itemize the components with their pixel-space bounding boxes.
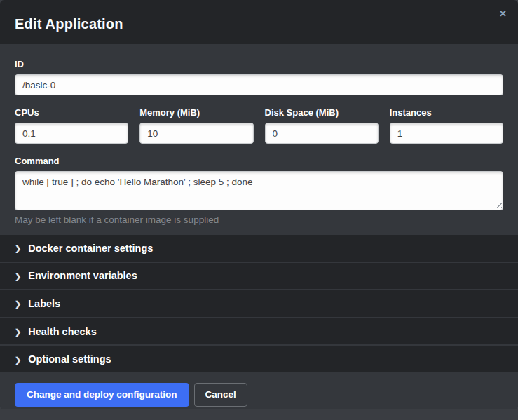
disk-input[interactable] — [265, 123, 379, 144]
instances-label: Instances — [390, 107, 503, 118]
command-help-text: May be left blank if a container image i… — [15, 215, 503, 225]
section-health-checks[interactable]: ❯ Health checks — [0, 318, 518, 345]
command-textarea[interactable]: while [ true ] ; do echo 'Hello Marathon… — [15, 171, 503, 210]
chevron-right-icon: ❯ — [15, 355, 21, 363]
id-input[interactable] — [15, 74, 503, 95]
page-backdrop — [0, 409, 518, 420]
section-optional-settings[interactable]: ❯ Optional settings — [0, 346, 518, 372]
resources-row: CPUs Memory (MiB) Disk Space (MiB) Insta… — [15, 107, 503, 144]
collapsible-sections: ❯ Docker container settings ❯ Environmen… — [0, 235, 518, 372]
id-label: ID — [15, 59, 503, 69]
chevron-right-icon: ❯ — [15, 328, 21, 336]
section-environment-variables[interactable]: ❯ Environment variables — [0, 263, 518, 290]
cpus-label: CPUs — [15, 107, 128, 118]
cpus-field-group: CPUs — [15, 107, 128, 144]
cpus-input[interactable] — [15, 123, 128, 144]
modal-header: Edit Application ✕ — [0, 0, 518, 44]
chevron-right-icon: ❯ — [15, 272, 21, 280]
cancel-button[interactable]: Cancel — [194, 383, 247, 407]
disk-label: Disk Space (MiB) — [265, 107, 379, 118]
chevron-right-icon: ❯ — [15, 300, 21, 308]
modal-title: Edit Application — [15, 16, 123, 32]
memory-field-group: Memory (MiB) — [139, 107, 253, 144]
modal-footer: Change and deploy configuration Cancel — [0, 372, 518, 409]
section-label: Health checks — [28, 326, 97, 337]
section-label: Docker container settings — [28, 243, 153, 254]
section-labels[interactable]: ❯ Labels — [0, 290, 518, 317]
instances-input[interactable] — [390, 123, 503, 144]
command-textarea-wrap: while [ true ] ; do echo 'Hello Marathon… — [15, 171, 503, 210]
command-field-group: Command while [ true ] ; do echo 'Hello … — [15, 156, 503, 225]
close-icon[interactable]: ✕ — [499, 9, 507, 18]
section-label: Labels — [28, 298, 60, 309]
section-docker-container-settings[interactable]: ❯ Docker container settings — [0, 235, 518, 262]
memory-input[interactable] — [139, 123, 253, 144]
id-field-group: ID — [15, 59, 503, 95]
memory-label: Memory (MiB) — [139, 107, 253, 118]
chevron-right-icon: ❯ — [15, 245, 21, 252]
edit-application-modal: Edit Application ✕ ID CPUs Memory (MiB) … — [0, 0, 518, 409]
disk-field-group: Disk Space (MiB) — [265, 107, 379, 144]
section-label: Optional settings — [28, 353, 111, 365]
application-form: ID CPUs Memory (MiB) Disk Space (MiB) In… — [0, 44, 518, 235]
command-label: Command — [15, 156, 503, 166]
instances-field-group: Instances — [390, 107, 503, 144]
change-and-deploy-button[interactable]: Change and deploy configuration — [15, 383, 189, 407]
section-label: Environment variables — [28, 270, 137, 281]
